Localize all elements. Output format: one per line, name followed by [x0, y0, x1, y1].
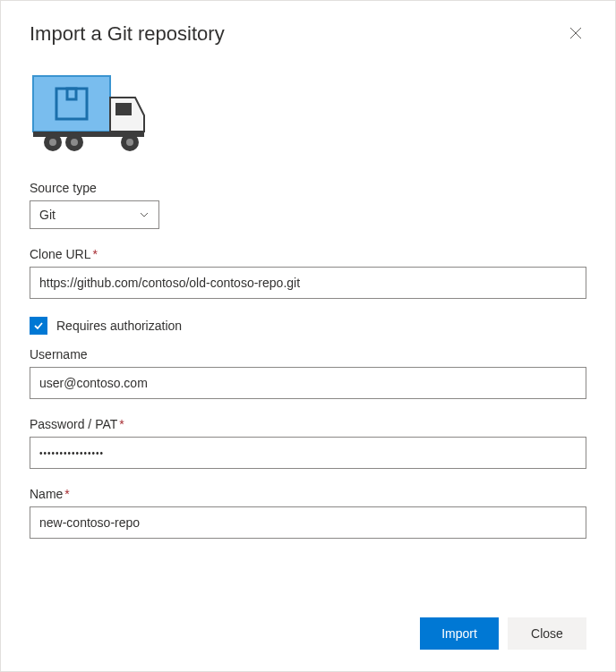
requires-auth-row: Requires authorization [30, 317, 586, 335]
svg-point-8 [49, 139, 56, 146]
clone-url-field: Clone URL* [30, 247, 586, 299]
username-field: Username [30, 347, 586, 399]
clone-url-input[interactable] [30, 267, 586, 299]
username-input[interactable] [30, 367, 586, 399]
password-label: Password / PAT* [30, 417, 586, 431]
name-input[interactable] [30, 506, 586, 539]
requires-auth-label: Requires authorization [56, 319, 182, 333]
close-icon-button[interactable] [565, 22, 586, 44]
checkmark-icon [32, 319, 45, 332]
import-button[interactable]: Import [420, 617, 499, 650]
source-type-select[interactable]: Git [30, 200, 159, 229]
dialog-title: Import a Git repository [30, 22, 225, 46]
svg-point-10 [71, 139, 78, 146]
close-button[interactable]: Close [508, 617, 586, 650]
dialog-buttons: Import Close [420, 617, 586, 650]
source-type-field: Source type Git [30, 181, 586, 229]
name-field: Name* [30, 487, 586, 539]
chevron-down-icon [139, 209, 150, 220]
required-mark: * [92, 247, 97, 261]
import-git-dialog: Import a Git repository [0, 0, 616, 672]
truck-icon [30, 71, 586, 156]
clone-url-label: Clone URL* [30, 247, 586, 261]
required-mark: * [119, 417, 124, 431]
password-field: Password / PAT* [30, 417, 586, 469]
password-input[interactable] [30, 437, 586, 469]
close-icon [569, 26, 583, 40]
svg-point-12 [126, 139, 133, 146]
requires-auth-checkbox[interactable] [30, 317, 47, 335]
name-label: Name* [30, 487, 586, 501]
source-type-value: Git [39, 208, 56, 222]
dialog-header: Import a Git repository [30, 22, 586, 46]
required-mark: * [64, 487, 69, 501]
svg-rect-2 [33, 76, 110, 132]
svg-rect-5 [116, 103, 132, 115]
source-type-label: Source type [30, 181, 586, 195]
username-label: Username [30, 347, 586, 362]
